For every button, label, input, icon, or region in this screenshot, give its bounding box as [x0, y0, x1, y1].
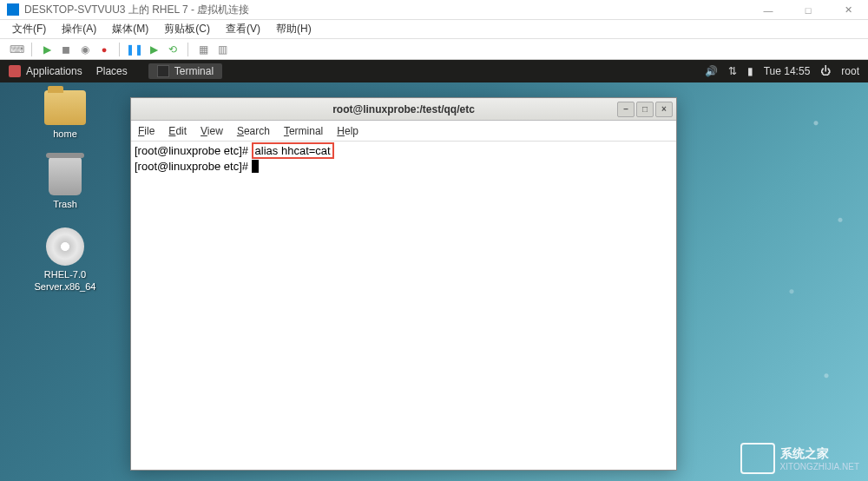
watermark: 系统之家 XITONGZHIJIA.NET [740, 443, 860, 474]
terminal-menu-file[interactable]: File [138, 125, 155, 137]
home-label: home [53, 128, 77, 140]
terminal-window: root@linuxprobe:/test/qq/etc – □ × File … [130, 97, 677, 471]
host-window-controls: — □ ✕ [748, 0, 868, 20]
toolbar-pause-icon[interactable]: ❚❚ [127, 43, 142, 56]
terminal-title-text: root@linuxprobe:/test/qq/etc [332, 103, 475, 115]
host-minimize-button[interactable]: — [748, 0, 788, 20]
host-menu-help[interactable]: 帮助(H) [276, 22, 312, 36]
user-label[interactable]: root [841, 65, 859, 77]
power-icon[interactable]: ⏻ [820, 65, 831, 77]
folder-icon [44, 90, 86, 125]
gnome-desktop: Applications Places Terminal 🔊 ⇅ ▮ Tue 1… [0, 60, 868, 481]
terminal-menu-help[interactable]: Help [337, 125, 358, 137]
terminal-menubar: File Edit View Search Terminal Help [131, 121, 676, 142]
trash-icon [49, 157, 82, 195]
watermark-text-group: 系统之家 XITONGZHIJIA.NET [780, 446, 860, 471]
host-maximize-button[interactable]: □ [788, 0, 828, 20]
host-titlebar: DESKTOP-SVTVUU3 上的 RHEL 7 - 虚拟机连接 — □ ✕ [0, 0, 868, 20]
taskbar-terminal-label: Terminal [174, 65, 214, 77]
places-menu[interactable]: Places [96, 65, 128, 77]
network-icon[interactable]: ⇅ [728, 65, 737, 77]
host-toolbar: ⌨ ▶ ◼ ◉ ● ❚❚ ▶ ⟲ ▦ ▥ [0, 39, 868, 60]
gnome-foot-icon [9, 65, 21, 77]
terminal-minimize-button[interactable]: – [617, 102, 635, 117]
host-close-button[interactable]: ✕ [828, 0, 868, 20]
toolbar-checkpoint-icon[interactable]: ⟲ [165, 43, 181, 56]
clock[interactable]: Tue 14:55 [764, 65, 811, 77]
toolbar-separator [187, 43, 188, 56]
desktop-icons: home Trash RHEL-7.0 Server.x86_64 [17, 90, 113, 293]
terminal-close-button[interactable]: × [655, 102, 673, 117]
terminal-window-controls: – □ × [617, 102, 673, 117]
desktop-icon-home[interactable]: home [17, 90, 113, 140]
terminal-maximize-button[interactable]: □ [636, 102, 654, 117]
watermark-text: 系统之家 [780, 446, 860, 462]
host-menu-media[interactable]: 媒体(M) [112, 22, 148, 36]
vm-icon [7, 3, 19, 16]
battery-icon[interactable]: ▮ [747, 65, 753, 77]
toolbar-shutdown-icon[interactable]: ◉ [77, 43, 93, 56]
host-menu-clipboard[interactable]: 剪贴板(C) [164, 22, 210, 36]
terminal-cursor [252, 160, 259, 173]
host-menu-view[interactable]: 查看(V) [226, 22, 260, 36]
terminal-body[interactable]: [root@linuxprobe etc]# alias hhcat=cat [… [131, 142, 676, 175]
volume-icon[interactable]: 🔊 [705, 65, 718, 77]
terminal-titlebar[interactable]: root@linuxprobe:/test/qq/etc – □ × [131, 98, 676, 121]
desktop-icon-trash[interactable]: Trash [17, 157, 113, 210]
terminal-menu-view[interactable]: View [201, 125, 223, 137]
rhel-label: RHEL-7.0 Server.x86_64 [17, 269, 113, 292]
toolbar-reset-icon[interactable]: ▶ [146, 43, 161, 56]
toolbar-separator [31, 43, 32, 56]
toolbar-revert-icon[interactable]: ▦ [195, 43, 211, 56]
panel-right: 🔊 ⇅ ▮ Tue 14:55 ⏻ root [705, 65, 859, 77]
watermark-url: XITONGZHIJIA.NET [780, 462, 860, 471]
terminal-menu-terminal[interactable]: Terminal [284, 125, 323, 137]
terminal-menu-search[interactable]: Search [237, 125, 270, 137]
gnome-top-panel: Applications Places Terminal 🔊 ⇅ ▮ Tue 1… [0, 60, 868, 82]
terminal-menu-edit[interactable]: Edit [168, 125, 187, 137]
panel-left: Applications Places Terminal [9, 63, 222, 79]
prompt-line1: [root@linuxprobe etc]# [135, 144, 252, 157]
host-menu-action[interactable]: 操作(A) [62, 22, 96, 36]
disc-icon [46, 227, 84, 266]
host-menu-file[interactable]: 文件(F) [12, 22, 46, 36]
applications-menu[interactable]: Applications [9, 65, 82, 77]
applications-label: Applications [26, 65, 82, 77]
toolbar-turnoff-icon[interactable]: ◼ [58, 43, 74, 56]
desktop-icon-rhel-disc[interactable]: RHEL-7.0 Server.x86_64 [17, 227, 113, 292]
toolbar-separator [119, 43, 120, 56]
host-menubar: 文件(F) 操作(A) 媒体(M) 剪贴板(C) 查看(V) 帮助(H) [0, 20, 868, 39]
toolbar-start-icon[interactable]: ▶ [39, 43, 55, 56]
trash-label: Trash [53, 199, 77, 210]
toolbar-share-icon[interactable]: ▥ [214, 43, 230, 56]
host-title-text: DESKTOP-SVTVUU3 上的 RHEL 7 - 虚拟机连接 [24, 3, 249, 17]
toolbar-save-icon[interactable]: ● [96, 43, 112, 56]
watermark-logo-icon [740, 443, 775, 474]
terminal-task-icon [157, 65, 169, 77]
toolbar-ctrlaltdel-icon[interactable]: ⌨ [9, 43, 24, 56]
command-highlight: alias hhcat=cat [252, 142, 334, 159]
prompt-line2: [root@linuxprobe etc]# [135, 160, 252, 173]
taskbar-terminal[interactable]: Terminal [148, 63, 222, 79]
